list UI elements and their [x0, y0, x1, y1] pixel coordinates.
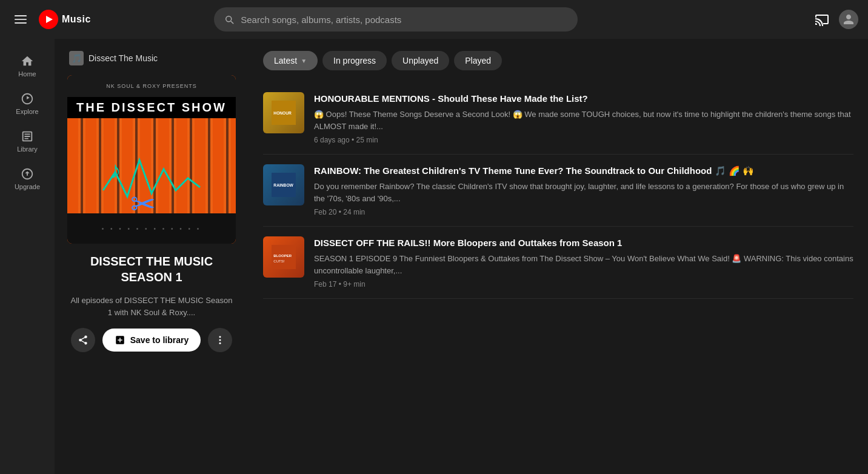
right-panel: Latest ▼ In progress Unplayed Played — [249, 39, 868, 474]
action-buttons: Save to library — [71, 328, 233, 352]
sidebar-library-label: Library — [17, 145, 38, 153]
tab-in-progress[interactable]: In progress — [322, 51, 387, 70]
main-layout: Home Explore Library Up — [0, 39, 868, 474]
search-bar — [214, 7, 578, 32]
search-icon — [224, 14, 235, 25]
topbar-left: Music — [10, 8, 91, 30]
chevron-down-icon: ▼ — [301, 58, 307, 64]
tab-latest[interactable]: Latest ▼ — [263, 51, 318, 70]
sidebar-item-home[interactable]: Home — [3, 48, 52, 84]
left-panel: 🎵 Dissect The Music NK SOUL & ROXY PRESE… — [55, 39, 249, 474]
source-icon: 🎵 — [69, 51, 84, 65]
cover-top-bar: NK SOUL & ROXY PRESENTS — [67, 75, 236, 97]
logo-text: Music — [62, 14, 91, 25]
episode-description: SEASON 1 EPISODE 9 The Funniest Bloopers… — [314, 253, 853, 276]
podcast-cover: NK SOUL & ROXY PRESENTS THE DISSECT SHOW… — [67, 75, 236, 244]
play-icon — [46, 16, 53, 23]
svg-text:BLOOPER: BLOOPER — [273, 254, 292, 258]
tab-unplayed-label: Unplayed — [402, 56, 438, 65]
sidebar-item-upgrade[interactable]: Upgrade — [3, 161, 52, 196]
logo[interactable]: Music — [39, 10, 91, 29]
podcast-title: DISSECT THE MUSIC SEASON 1 — [90, 253, 213, 285]
svg-rect-0 — [15, 15, 27, 16]
tab-latest-label: Latest — [274, 56, 297, 65]
cover-the: THE DISSECT SHOW — [76, 101, 227, 114]
filter-tabs: Latest ▼ In progress Unplayed Played — [263, 51, 853, 70]
save-to-library-button[interactable]: Save to library — [102, 329, 201, 352]
explore-icon — [21, 92, 34, 105]
library-icon — [21, 130, 34, 143]
svg-point-6 — [219, 339, 221, 341]
tab-played-label: Played — [465, 56, 491, 65]
sidebar-home-label: Home — [18, 70, 36, 78]
menu-button[interactable] — [10, 8, 32, 30]
tab-in-progress-label: In progress — [333, 56, 376, 65]
episode-info: HONOURABLE MENTIONS - Should These Have … — [314, 92, 853, 144]
episode-description: Do you remember Rainbow? The classic Chi… — [314, 181, 853, 204]
episode-title: HONOURABLE MENTIONS - Should These Have … — [314, 92, 853, 105]
episode-item[interactable]: BLOOPER CUTS! DISSECT OFF THE RAILS!! Mo… — [263, 227, 853, 299]
episode-item[interactable]: HONOUR HONOURABLE MENTIONS - Should Thes… — [263, 82, 853, 155]
content: 🎵 Dissect The Music NK SOUL & ROXY PRESE… — [55, 39, 868, 474]
cast-button[interactable] — [815, 12, 829, 27]
episode-meta: Feb 17 • 9+ min — [314, 280, 853, 289]
episode-thumbnail: BLOOPER CUTS! — [263, 236, 304, 278]
svg-text:RAINBOW: RAINBOW — [273, 183, 293, 187]
podcast-source: 🎵 Dissect The Music — [69, 51, 158, 65]
svg-rect-2 — [15, 22, 27, 24]
sidebar: Home Explore Library Up — [0, 39, 55, 474]
share-button[interactable] — [71, 328, 95, 352]
source-name: Dissect The Music — [88, 53, 158, 63]
home-icon — [21, 55, 34, 68]
episode-item[interactable]: RAINBOW RAINBOW: The Greatest Children's… — [263, 155, 853, 227]
logo-icon — [39, 10, 58, 29]
topbar: Music — [0, 0, 868, 39]
search-inner — [214, 7, 578, 32]
episode-thumbnail: RAINBOW — [263, 164, 304, 205]
sidebar-explore-label: Explore — [16, 108, 38, 115]
cover-scissors-svg: ♪ ✂ — [97, 136, 206, 221]
svg-text:✂: ✂ — [130, 187, 156, 221]
svg-text:CUTS!: CUTS! — [273, 259, 284, 263]
cover-top-text: NK SOUL & ROXY PRESENTS — [106, 83, 197, 89]
episode-meta: 6 days ago • 25 min — [314, 136, 853, 144]
avatar-button[interactable] — [839, 10, 858, 29]
more-options-button[interactable] — [208, 328, 232, 352]
episode-title: RAINBOW: The Greatest Children's TV Them… — [314, 164, 853, 177]
cover-show-title: THE DISSECT SHOW — [67, 97, 236, 118]
sidebar-item-library[interactable]: Library — [3, 124, 52, 159]
episode-description: 😱 Oops! These Theme Songs Deserve a Seco… — [314, 108, 853, 132]
search-input[interactable] — [241, 15, 568, 25]
sidebar-item-explore[interactable]: Explore — [3, 86, 52, 121]
svg-rect-1 — [15, 19, 27, 20]
sidebar-upgrade-label: Upgrade — [15, 183, 40, 190]
svg-point-5 — [219, 336, 221, 338]
episode-info: DISSECT OFF THE RAILS!! More Bloopers an… — [314, 236, 853, 289]
tab-played[interactable]: Played — [454, 51, 502, 70]
podcast-description: All episodes of DISSECT THE MUSIC Season… — [69, 295, 234, 318]
avatar — [839, 10, 858, 29]
svg-point-7 — [219, 342, 221, 344]
episode-meta: Feb 20 • 24 min — [314, 208, 853, 216]
episode-info: RAINBOW: The Greatest Children's TV Them… — [314, 164, 853, 216]
upgrade-icon — [21, 167, 34, 181]
save-label: Save to library — [130, 335, 189, 345]
episode-list: HONOUR HONOURABLE MENTIONS - Should Thes… — [263, 82, 853, 299]
episode-title: DISSECT OFF THE RAILS!! More Bloopers an… — [314, 236, 853, 249]
cover-art: NK SOUL & ROXY PRESENTS THE DISSECT SHOW… — [67, 75, 236, 244]
topbar-right — [815, 10, 858, 29]
episode-thumbnail: HONOUR — [263, 92, 304, 133]
tab-unplayed[interactable]: Unplayed — [392, 51, 449, 70]
svg-text:HONOUR: HONOUR — [273, 111, 292, 115]
